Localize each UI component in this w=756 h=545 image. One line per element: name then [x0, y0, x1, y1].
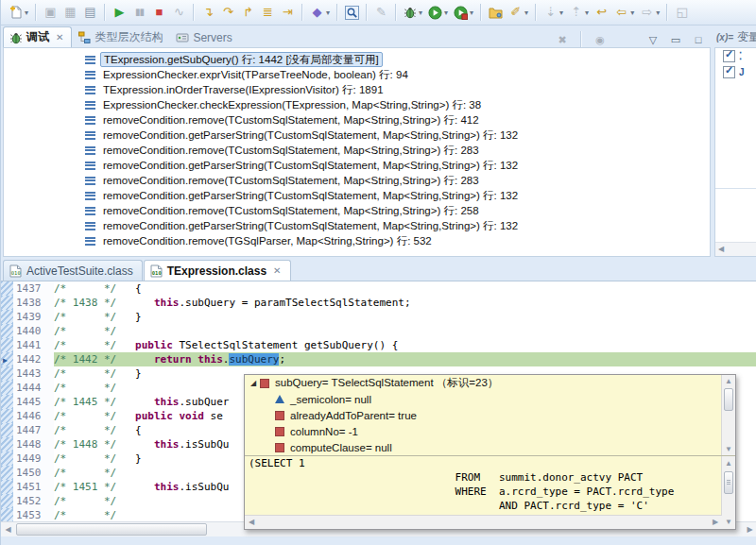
stack-frame[interactable]: ExpressionChecker.checkExpression(TExpre…	[85, 97, 710, 112]
scroll-left-icon[interactable]: ◀	[245, 516, 258, 529]
inspect-tree-node[interactable]: _semicolon= null	[245, 391, 735, 407]
scroll-up-icon[interactable]: ▲	[722, 456, 735, 470]
annotation-ruler[interactable]	[1, 437, 13, 451]
step-return-button[interactable]: ↱	[238, 2, 258, 23]
dropdown-caret-icon[interactable]: ▾	[585, 9, 589, 17]
stack-frame[interactable]: ExpressionChecker.exprVisit(TParseTreeNo…	[85, 67, 710, 82]
open-type-button[interactable]	[342, 2, 362, 23]
dropdown-caret-icon[interactable]: ▾	[630, 9, 634, 17]
scroll-right-icon[interactable]: ▶	[743, 522, 756, 536]
editor-tab-texpression-class[interactable]: 010TExpression.class✕	[144, 260, 291, 281]
print-button[interactable]: ▤	[80, 2, 100, 23]
annotation-ruler[interactable]	[1, 310, 13, 324]
save-button[interactable]: ▣	[41, 2, 60, 23]
popup-detail-hscrollbar[interactable]: ◀ ▶	[245, 515, 722, 529]
terminate-button[interactable]: ■	[149, 2, 169, 23]
popup-tree-vscroll-thumb[interactable]	[724, 388, 733, 411]
inspect-tree-node[interactable]: columnNo= -1	[245, 423, 735, 439]
tab-variables[interactable]: (x)= 变量	[716, 29, 756, 45]
annotate-brush-button[interactable]: ✐▾	[506, 2, 531, 23]
debug-button[interactable]: ▾	[401, 2, 425, 23]
inspect-tree-node[interactable]: computeClause= null	[245, 439, 735, 455]
stack-frame[interactable]: removeCondition.getParserString(TCustomS…	[85, 158, 710, 173]
stack-frame[interactable]: removeCondition.getParserString(TCustomS…	[85, 128, 710, 143]
annotation-ruler[interactable]	[1, 480, 13, 494]
step-filters-button[interactable]: ⇥	[278, 2, 298, 23]
inspect-tree-node[interactable]: ◢subQuery= TSelectSqlStatement （标识=23）	[245, 375, 735, 391]
dropdown-caret-icon[interactable]: ▾	[419, 9, 422, 17]
restore-window-button[interactable]: ◱	[672, 2, 692, 23]
annotation-ruler[interactable]	[1, 281, 13, 296]
annotation-ruler[interactable]	[1, 466, 13, 480]
scroll-left-icon[interactable]: ◀	[718, 245, 724, 253]
stack-frame[interactable]: TExpression.getSubQuery() 行: 1442 [没有局部变…	[85, 52, 710, 67]
save-all-button[interactable]: ▦	[60, 2, 80, 23]
popup-detail-vscroll-thumb[interactable]	[724, 471, 733, 494]
variables-detail-sash[interactable]	[715, 188, 756, 189]
scroll-down-icon[interactable]: ▼	[722, 443, 735, 455]
annotation-ruler[interactable]	[1, 508, 13, 522]
popup-detail-vscrollbar[interactable]: ▲ ▼	[721, 456, 735, 529]
annotation-ruler[interactable]	[1, 338, 13, 352]
disconnect-button[interactable]: ∿	[169, 2, 189, 23]
forward-button[interactable]: ⇨▾	[637, 2, 662, 23]
inspect-tree-node[interactable]: alreadyAddToParent= true	[245, 407, 735, 423]
annotation-ruler[interactable]	[1, 409, 13, 423]
previous-annotation-button[interactable]: ⇡▾	[566, 2, 592, 23]
back-button[interactable]: ⇦▾	[611, 2, 637, 23]
open-folder-button[interactable]	[486, 2, 506, 23]
stack-frame[interactable]: removeCondition.remove(TCustomSqlStateme…	[85, 173, 710, 188]
dropdown-caret-icon[interactable]: ▾	[444, 9, 448, 17]
new-wizard-button[interactable]: ▾	[7, 2, 31, 23]
stack-frame[interactable]: removeCondition.getParserString(TCustomS…	[85, 218, 710, 233]
checkbox-checked-icon[interactable]	[723, 66, 735, 78]
dropdown-caret-icon[interactable]: ▾	[470, 9, 473, 17]
close-icon[interactable]: ✕	[56, 32, 63, 43]
checkbox-checked-icon[interactable]	[723, 50, 735, 62]
drop-to-frame-button[interactable]: ≣	[258, 2, 278, 23]
annotation-ruler[interactable]	[1, 366, 13, 381]
step-into-button[interactable]: ↴	[198, 2, 218, 23]
editor-tab-activetestsuite-class[interactable]: 010ActiveTestSuite.class	[3, 260, 143, 281]
tab-servers[interactable]: Servers	[170, 27, 239, 47]
tab-type-hierarchy[interactable]: 类型层次结构	[72, 27, 170, 47]
popup-tree-vscrollbar[interactable]: ▲ ▼	[721, 375, 735, 455]
mark-occurrences-button[interactable]: ✎	[371, 2, 391, 23]
coverage-button[interactable]: ▾	[451, 2, 476, 23]
run-button[interactable]: ▾	[425, 2, 451, 23]
annotation-ruler[interactable]	[1, 423, 13, 437]
stack-frame[interactable]: removeCondition.remove(TCustomSqlStateme…	[85, 112, 710, 128]
dropdown-caret-icon[interactable]: ▾	[559, 9, 563, 17]
variables-item[interactable]: ⁚	[715, 48, 756, 64]
dropdown-caret-icon[interactable]: ▾	[326, 9, 330, 17]
pause-button[interactable]: ▮▮	[129, 2, 149, 23]
profile-button[interactable]: ◆▾	[307, 2, 333, 23]
step-over-button[interactable]: ↷	[218, 2, 238, 23]
resume-button[interactable]: ▶	[110, 2, 129, 23]
dropdown-caret-icon[interactable]: ▾	[25, 9, 28, 17]
expander-icon[interactable]: ◢	[249, 379, 258, 387]
editor-hscroll-thumb[interactable]	[16, 523, 207, 536]
stack-frame[interactable]: removeCondition.remove(TCustomSqlStateme…	[85, 203, 710, 218]
scroll-left-icon[interactable]: ◀	[1, 522, 15, 536]
annotation-ruler[interactable]	[1, 381, 13, 395]
last-edit-location-button[interactable]: ↩	[592, 2, 611, 23]
annotation-ruler[interactable]	[1, 494, 13, 508]
scroll-up-icon[interactable]: ▲	[722, 375, 735, 387]
variables-item[interactable]: J	[715, 64, 756, 80]
dropdown-caret-icon[interactable]: ▾	[656, 9, 660, 17]
annotation-ruler[interactable]	[1, 296, 13, 310]
annotation-ruler[interactable]	[1, 395, 13, 409]
annotation-ruler[interactable]	[1, 324, 13, 338]
scroll-right-icon[interactable]: ▶	[709, 516, 722, 529]
stack-frame[interactable]: removeCondition.remove(TCustomSqlStateme…	[85, 143, 710, 158]
tab-debug[interactable]: 调试✕	[3, 26, 72, 47]
variables-hscrollbar[interactable]: ◀	[715, 242, 756, 256]
stack-frame[interactable]: removeCondition.remove(TGSqlParser, Map<…	[85, 233, 710, 248]
annotation-ruler[interactable]: ▶	[1, 352, 13, 366]
annotation-ruler[interactable]	[1, 451, 13, 466]
close-icon[interactable]: ✕	[273, 265, 281, 276]
dropdown-caret-icon[interactable]: ▾	[524, 9, 528, 17]
next-annotation-button[interactable]: ⇣▾	[541, 2, 566, 23]
scroll-down-icon[interactable]: ▼	[722, 515, 735, 529]
